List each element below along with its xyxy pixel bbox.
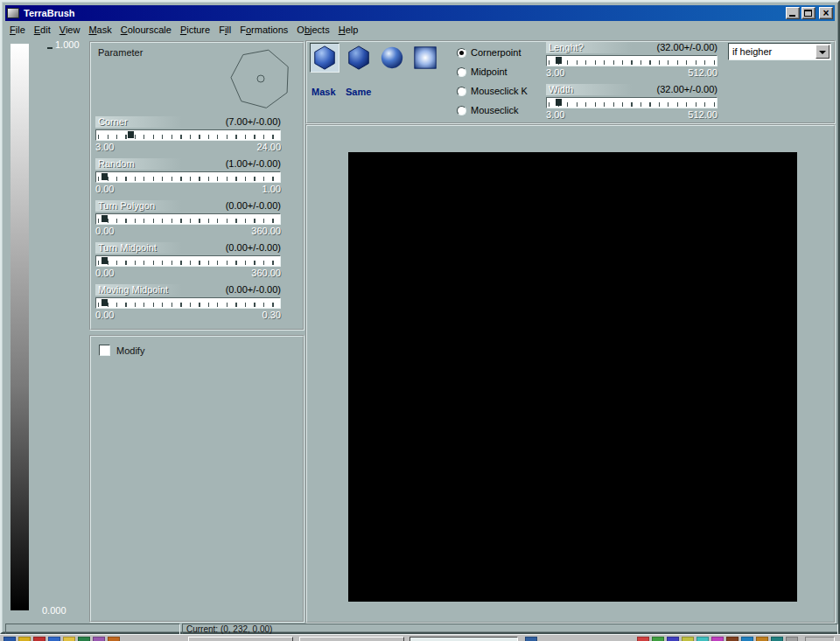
menu-item-view[interactable]: View	[55, 23, 85, 37]
taskbar-tray-icon[interactable]	[741, 637, 753, 641]
menubar: File Edit View Mask Colourscale Picture …	[5, 22, 835, 38]
dropdown-button[interactable]	[816, 45, 830, 59]
taskbar-clock	[805, 637, 835, 641]
taskbar-tray-icon[interactable]	[682, 637, 694, 641]
modify-checkbox[interactable]	[99, 345, 110, 356]
slider-width-max: 512.00	[688, 109, 718, 120]
slider-random-track[interactable]	[95, 171, 281, 183]
taskbar-quicklaunch-icon[interactable]	[18, 637, 31, 641]
radio-midpoint-label[interactable]: Midpoint	[471, 66, 508, 77]
terrain-canvas[interactable]	[348, 152, 797, 602]
taskbar-tray-icon[interactable]	[786, 637, 798, 641]
taskbar-tray-icon[interactable]	[756, 637, 768, 641]
taskbar-tray-icon[interactable]	[726, 637, 738, 641]
maximize-button[interactable]	[802, 7, 816, 19]
slider-turn-midpoint-track[interactable]	[95, 255, 281, 267]
taskbar-task-button[interactable]	[299, 637, 404, 641]
same-label[interactable]: Same	[346, 87, 371, 97]
close-icon: ×	[820, 7, 832, 19]
slider-ticks	[98, 261, 278, 265]
taskbar-task-button[interactable]	[188, 637, 293, 641]
taskbar-quicklaunch-icon[interactable]	[48, 637, 60, 641]
menu-item-colourscale[interactable]: Colourscale	[116, 23, 176, 37]
slider-random-min: 0.00	[95, 184, 114, 194]
taskbar-quicklaunch-icon[interactable]	[63, 637, 75, 641]
slider-turn-midpoint-value: (0.00+/-0.00)	[226, 242, 281, 254]
modify-checkbox-label: Modify	[116, 345, 144, 356]
merge-mode-dropdown[interactable]: if heigher	[728, 43, 831, 60]
square-mask-brush-icon	[412, 45, 438, 71]
menu-item-help[interactable]: Help	[334, 23, 363, 37]
slider-ticks	[98, 135, 278, 139]
taskbar-tray-icon[interactable]	[637, 637, 649, 641]
colourscale-gradient-strip[interactable]	[10, 44, 29, 610]
slider-turn-polygon-track[interactable]	[95, 213, 281, 225]
slider-turn-polygon-label: Turn Polygon	[95, 200, 186, 212]
slider-ticks	[98, 303, 278, 307]
square-mask-brush-button[interactable]	[410, 43, 440, 73]
taskbar-icon[interactable]	[525, 637, 537, 641]
radio-mouseclick-label[interactable]: Mouseclick	[471, 105, 518, 115]
slider-lenght-min: 3.00	[546, 67, 564, 78]
slider-turn-midpoint-thumb[interactable]	[102, 257, 108, 264]
menu-item-mask[interactable]: Mask	[84, 23, 116, 37]
taskbar-active-task-button[interactable]	[410, 637, 518, 641]
taskbar-quicklaunch-icon[interactable]	[108, 637, 120, 641]
slider-moving-midpoint-thumb[interactable]	[102, 299, 108, 306]
slider-moving-midpoint-track[interactable]	[95, 297, 281, 309]
menu-item-formations[interactable]: Formations	[235, 23, 292, 37]
radio-cornerpoint[interactable]	[457, 48, 466, 58]
slider-width-thumb[interactable]	[556, 99, 562, 106]
mask-label[interactable]: Mask	[312, 87, 336, 97]
colourscale-max-label: 1.000	[55, 39, 80, 50]
sphere-brush-button[interactable]	[377, 43, 407, 73]
menu-item-edit[interactable]: Edit	[30, 23, 55, 37]
taskbar-quicklaunch-icon[interactable]	[4, 637, 16, 641]
slider-turn-polygon-thumb[interactable]	[102, 215, 108, 222]
taskbar-quicklaunch-icon[interactable]	[93, 637, 105, 641]
slider-moving-midpoint-min: 0.00	[95, 310, 114, 320]
radio-mouseclick-k-label[interactable]: Mouseclick K	[471, 86, 528, 96]
taskbar-tray-icon[interactable]	[771, 637, 783, 641]
slider-lenght-label: Lenght?	[546, 42, 637, 53]
modify-panel: Modify	[89, 335, 304, 623]
minimize-button[interactable]	[786, 7, 800, 19]
slider-random-thumb[interactable]	[102, 173, 108, 180]
screen: TerraBrush × File Edit View Mask Colours…	[0, 0, 840, 641]
slider-corner-label: Corner	[95, 116, 186, 128]
taskbar-tray-icon[interactable]	[696, 637, 709, 641]
slider-lenght: Lenght? (32.00+/-0.00) 3.00 512.00	[546, 42, 718, 78]
slider-corner-track[interactable]	[95, 129, 281, 141]
radio-cornerpoint-label[interactable]: Cornerpoint	[471, 47, 521, 58]
taskbar-quicklaunch-icon[interactable]	[78, 637, 90, 641]
radio-mouseclick-k[interactable]	[457, 87, 466, 96]
slider-lenght-track[interactable]	[546, 55, 718, 66]
slider-width-track[interactable]	[546, 97, 718, 108]
slider-moving-midpoint-label: Moving Midpoint	[95, 284, 186, 296]
close-button[interactable]: ×	[819, 7, 833, 19]
slider-turn-midpoint-min: 0.00	[95, 268, 114, 278]
menu-item-picture[interactable]: Picture	[176, 23, 214, 37]
taskbar-tray-icon[interactable]	[667, 637, 679, 641]
window-title: TerraBrush	[24, 8, 74, 18]
taskbar-tray-icon[interactable]	[652, 637, 664, 641]
slider-lenght-thumb[interactable]	[556, 57, 562, 64]
polygon-preview	[222, 46, 298, 113]
taskbar-quicklaunch-icon[interactable]	[33, 637, 46, 641]
slider-turn-midpoint-label: Turn Midpoint	[95, 242, 186, 254]
titlebar[interactable]: TerraBrush ×	[5, 5, 835, 21]
menu-item-fill[interactable]: Fill	[214, 23, 235, 37]
slider-random-value: (1.00+/-0.00)	[226, 158, 281, 170]
menu-item-file[interactable]: File	[5, 23, 30, 37]
hexagon-brush-icon	[312, 45, 338, 71]
slider-random-label: Random	[95, 158, 186, 170]
radio-mouseclick[interactable]	[457, 106, 466, 115]
radio-midpoint[interactable]	[457, 67, 466, 77]
hexagon-brush-button[interactable]	[310, 43, 340, 73]
menu-item-objects[interactable]: Objects	[292, 23, 333, 37]
taskbar-tray-icon[interactable]	[711, 637, 724, 641]
app-icon	[7, 8, 19, 18]
colourscale-min-label: 0.000	[42, 605, 66, 616]
slider-corner-thumb[interactable]	[128, 131, 134, 138]
hexagon-brush-2-button[interactable]	[344, 43, 374, 73]
